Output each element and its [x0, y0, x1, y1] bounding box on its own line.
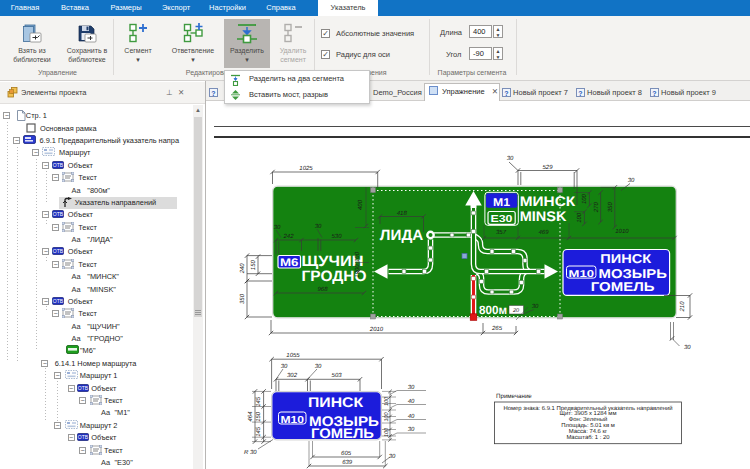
svg-text:Масштаб: 1 : 20: Масштаб: 1 : 20 — [566, 434, 610, 441]
svg-text:240: 240 — [239, 263, 246, 275]
svg-text:30: 30 — [274, 224, 281, 231]
svg-text:302: 302 — [287, 372, 298, 379]
svg-text:418: 418 — [397, 210, 408, 217]
svg-text:100: 100 — [384, 427, 390, 437]
svg-text:350: 350 — [607, 202, 614, 213]
svg-text:Е30: Е30 — [491, 214, 513, 225]
svg-text:ОТВ: ОТВ — [53, 211, 64, 217]
svg-text:30: 30 — [315, 363, 322, 370]
svg-text:30: 30 — [408, 384, 415, 391]
svg-text:30: 30 — [684, 344, 691, 351]
svg-text:40: 40 — [408, 413, 415, 420]
svg-text:145: 145 — [256, 396, 263, 407]
svg-text:464: 464 — [247, 411, 254, 422]
svg-text:МИНСК: МИНСК — [520, 193, 576, 209]
svg-text:469: 469 — [538, 229, 549, 236]
svg-text:1025: 1025 — [299, 165, 313, 172]
svg-text:30: 30 — [628, 177, 635, 184]
svg-text:100: 100 — [354, 251, 361, 262]
svg-text:150: 150 — [256, 411, 263, 422]
svg-text:529: 529 — [542, 164, 553, 171]
svg-text:30: 30 — [408, 426, 415, 433]
svg-text:605: 605 — [341, 450, 352, 457]
svg-text:100: 100 — [384, 411, 390, 421]
svg-text:1010: 1010 — [615, 228, 629, 235]
svg-text:270: 270 — [593, 202, 600, 214]
svg-text:100: 100 — [581, 193, 588, 204]
svg-text:30: 30 — [389, 453, 396, 460]
svg-text:30: 30 — [315, 223, 322, 230]
svg-text:ГОМЕЛЬ: ГОМЕЛЬ — [591, 279, 655, 294]
svg-text:265: 265 — [491, 325, 503, 332]
svg-text:242: 242 — [282, 233, 294, 240]
svg-text:М10: М10 — [569, 269, 595, 280]
svg-text:150: 150 — [250, 259, 257, 270]
svg-text:ОТВ: ОТВ — [77, 434, 88, 440]
svg-text:Примечание: Примечание — [496, 393, 532, 400]
svg-text:800м: 800м — [479, 303, 507, 317]
svg-text:ОТВ: ОТВ — [53, 161, 64, 167]
svg-text:30: 30 — [532, 303, 539, 310]
svg-text:2010: 2010 — [369, 326, 384, 333]
svg-text:ПИНСК: ПИНСК — [600, 251, 651, 266]
svg-text:503: 503 — [332, 372, 343, 379]
svg-text:1055: 1055 — [286, 352, 300, 359]
svg-text:530: 530 — [331, 233, 342, 240]
svg-text:М1: М1 — [493, 197, 510, 209]
svg-text:М10: М10 — [281, 415, 305, 426]
svg-text:ОТВ: ОТВ — [77, 384, 88, 390]
svg-text:100: 100 — [576, 212, 583, 223]
svg-text:MINSK: MINSK — [520, 208, 567, 224]
svg-text:100: 100 — [384, 396, 390, 406]
svg-text:968: 968 — [317, 286, 328, 293]
svg-text:ГОМЕЛЬ: ГОМЕЛЬ — [311, 425, 374, 441]
svg-text:639: 639 — [342, 459, 353, 466]
svg-text:ОТВ: ОТВ — [53, 298, 64, 304]
svg-text:210: 210 — [679, 301, 686, 313]
svg-text:400: 400 — [357, 199, 364, 210]
svg-text:357: 357 — [496, 229, 507, 236]
svg-text:ПИНСК: ПИНСК — [308, 394, 364, 410]
svg-text:М6: М6 — [280, 257, 299, 269]
svg-text:30: 30 — [281, 363, 288, 370]
svg-text:40: 40 — [408, 398, 415, 405]
svg-text:350: 350 — [239, 293, 246, 304]
svg-text:145: 145 — [256, 426, 263, 437]
svg-text:R 30: R 30 — [244, 449, 257, 456]
svg-text:ОТВ: ОТВ — [53, 248, 64, 254]
svg-text:ЛИДА: ЛИДА — [380, 227, 424, 244]
svg-text:20: 20 — [512, 308, 520, 314]
svg-text:30: 30 — [507, 155, 514, 162]
